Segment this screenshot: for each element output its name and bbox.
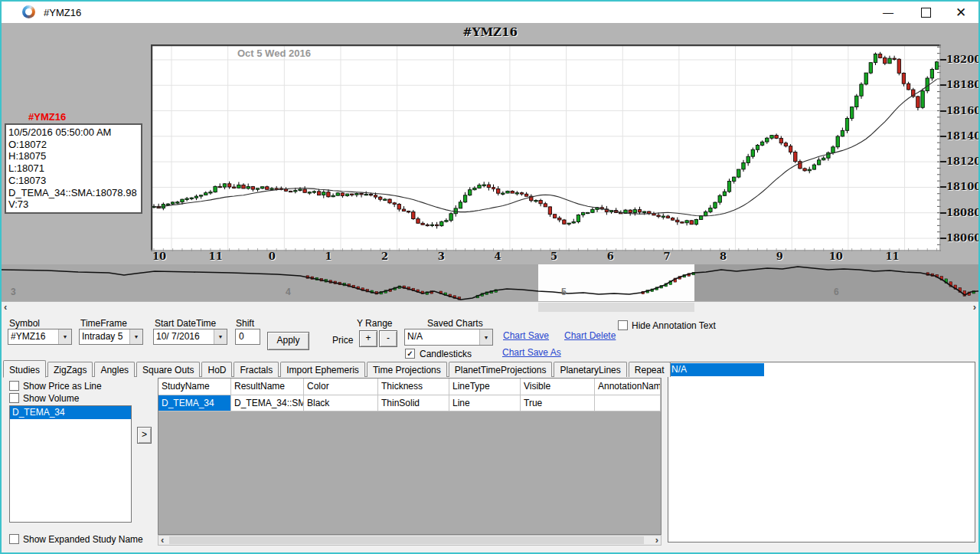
navigator-scroll-thumb[interactable] xyxy=(538,303,694,312)
table-cell[interactable]: True xyxy=(521,395,595,411)
show-price-as-line-checkbox[interactable] xyxy=(9,381,19,391)
x-axis-tick-label: 6 xyxy=(595,251,626,262)
x-axis-tick-label: 3 xyxy=(426,251,456,262)
x-axis-tick-label: 10 xyxy=(821,251,851,262)
navigator-scroll-left-icon[interactable]: ‹ xyxy=(4,301,7,313)
tab-planettimeprojections[interactable]: PlanetTimeProjections xyxy=(449,362,553,377)
startdatetime-label: Start DateTime xyxy=(155,318,216,329)
quote-info-box: 10/5/2016 05:50:00 AMO:18072H:18075L:180… xyxy=(5,123,142,214)
savedcharts-dropdown-icon[interactable]: ▼ xyxy=(479,329,492,345)
studies-listbox[interactable]: D_TEMA_34 xyxy=(9,405,132,523)
symbol-combobox[interactable]: #YMZ16 ▼ xyxy=(8,329,72,345)
x-axis-tick-label: 9 xyxy=(764,251,795,262)
yrange-plus-button[interactable]: + xyxy=(359,330,377,347)
candlesticks-label: Candlesticks xyxy=(420,349,472,359)
tab-time-projections[interactable]: Time Projections xyxy=(367,362,447,377)
chart-save-as-link[interactable]: Chart Save As xyxy=(502,347,561,358)
study-list-item[interactable]: D_TEMA_34 xyxy=(10,406,131,419)
navigator-minichart xyxy=(2,264,978,301)
x-axis-tick-label: 10 xyxy=(144,251,175,262)
startdatetime-dropdown-icon[interactable]: ▼ xyxy=(214,329,227,344)
table-row[interactable]: D_TEMA_34D_TEMA_34::SMABlackThinSolidLin… xyxy=(158,395,661,411)
shift-label: Shift xyxy=(236,318,254,329)
show-volume-checkbox[interactable] xyxy=(9,393,19,403)
chart-save-link[interactable]: Chart Save xyxy=(503,330,549,341)
table-header-row: StudyNameResultNameColorThicknessLineTyp… xyxy=(158,379,661,395)
tab-hod[interactable]: HoD xyxy=(201,362,232,377)
chart-navigator[interactable]: 3456 xyxy=(2,264,978,301)
quote-info-line: V:73 xyxy=(8,198,139,211)
x-axis-tick-label: 2 xyxy=(370,251,400,262)
price-chart-plot[interactable]: Oct 5 Wed 2016 xyxy=(151,44,941,251)
navigator-scroll-right-icon[interactable]: › xyxy=(973,301,976,313)
hide-annotation-checkbox[interactable] xyxy=(618,320,628,330)
table-header-cell[interactable]: Color xyxy=(304,379,378,395)
status-bar xyxy=(2,546,978,552)
app-window: #YMZ16 — ✕ #YMZ16 #YMZ16 10/5/2016 05:50… xyxy=(0,0,980,554)
maximize-button[interactable] xyxy=(908,2,943,23)
timeframe-dropdown-icon[interactable]: ▼ xyxy=(129,329,142,344)
chart-delete-link[interactable]: Chart Delete xyxy=(564,330,616,341)
x-axis-tick-label: 0 xyxy=(256,251,287,262)
timeframe-label: TimeFrame xyxy=(80,318,127,329)
table-header-cell[interactable]: Thickness xyxy=(378,379,449,395)
yrange-label: Y Range xyxy=(357,318,392,329)
table-cell[interactable]: Black xyxy=(304,395,378,411)
startdatetime-picker[interactable]: 10/ 7/2016 ▼ xyxy=(153,329,227,345)
y-axis-tick-mark xyxy=(940,212,946,214)
table-scroll-left-icon[interactable]: ‹ xyxy=(161,534,164,546)
symbol-dropdown-icon[interactable]: ▼ xyxy=(58,329,71,344)
tab-fractals[interactable]: Fractals xyxy=(234,362,279,377)
table-hscrollbar[interactable]: ‹ › xyxy=(158,535,662,546)
timeframe-value: Intraday 5 xyxy=(80,329,129,344)
tab-zigzags[interactable]: ZigZags xyxy=(47,362,93,377)
show-volume-label: Show Volume xyxy=(23,393,79,404)
tab-square-outs[interactable]: Square Outs xyxy=(136,362,200,377)
close-button[interactable]: ✕ xyxy=(943,2,978,23)
symbol-value: #YMZ16 xyxy=(8,329,58,344)
tab-repeat[interactable]: Repeat xyxy=(629,362,671,377)
window-title: #YMZ16 xyxy=(44,7,81,18)
annotation-list-item[interactable]: N/A xyxy=(669,363,764,376)
tab-studies[interactable]: Studies xyxy=(3,360,46,378)
x-axis-tick-label: 11 xyxy=(877,251,908,262)
table-cell[interactable]: D_TEMA_34 xyxy=(158,395,231,411)
minimize-button[interactable]: — xyxy=(871,2,906,23)
x-axis-tick-label: 7 xyxy=(652,251,682,262)
table-header-cell[interactable]: Visible xyxy=(521,379,595,395)
table-cell[interactable]: ThinSolid xyxy=(378,395,449,411)
add-study-button[interactable]: > xyxy=(137,427,152,444)
navigator-scrollbar[interactable]: ‹ › xyxy=(2,302,978,313)
savedcharts-combobox[interactable]: N/A ▼ xyxy=(404,329,493,346)
tab-angles[interactable]: Angles xyxy=(94,362,135,377)
tab-import-ephemeris[interactable]: Import Ephemeris xyxy=(280,362,365,377)
table-header-cell[interactable]: ResultName xyxy=(231,379,304,395)
show-expanded-study-name-checkbox[interactable] xyxy=(9,534,19,544)
table-cell[interactable]: D_TEMA_34::SMA xyxy=(231,395,304,411)
table-cell[interactable]: Line xyxy=(449,395,521,411)
shift-input[interactable]: 0 xyxy=(235,329,260,345)
table-cell[interactable] xyxy=(595,395,661,411)
table-scroll-right-icon[interactable]: › xyxy=(655,534,658,546)
yrange-minus-button[interactable]: - xyxy=(379,330,397,347)
table-header-cell[interactable]: LineType xyxy=(449,379,521,395)
annotations-listbox[interactable]: N/A xyxy=(668,362,975,543)
plot-border xyxy=(151,44,941,251)
timeframe-combobox[interactable]: Intraday 5 ▼ xyxy=(79,329,143,345)
y-axis-tick-label: 18200 xyxy=(946,54,980,65)
navigator-candles xyxy=(306,272,975,300)
grid-layer xyxy=(151,44,941,251)
table-scroll-thumb[interactable] xyxy=(169,536,644,544)
y-axis-tick-label: 18060 xyxy=(946,232,980,244)
table-header-cell[interactable]: StudyName xyxy=(158,379,231,395)
x-axis-tick-label: 8 xyxy=(708,251,739,262)
x-axis-tick-label: 5 xyxy=(539,251,570,262)
chart-title: #YMZ16 xyxy=(2,25,978,39)
tab-planetarylines[interactable]: PlanetaryLines xyxy=(554,362,626,377)
y-axis-tick-mark xyxy=(940,136,946,137)
x-axis-tick-label: 1 xyxy=(313,251,344,262)
quote-info-line: C:18073 xyxy=(8,175,139,187)
table-header-cell[interactable]: AnnotationName xyxy=(595,379,661,395)
candlesticks-checkbox[interactable]: ✓ xyxy=(405,349,415,359)
apply-button[interactable]: Apply xyxy=(267,332,309,350)
